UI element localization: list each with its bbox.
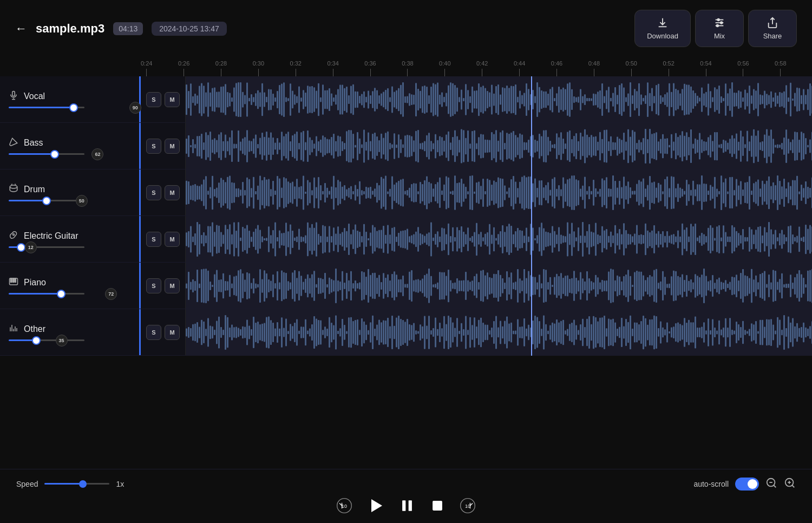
svg-rect-1598 (244, 327, 246, 338)
track-name-bass: Bass (24, 138, 43, 148)
solo-btn-piano[interactable]: S (146, 278, 161, 293)
volume-slider-vocal[interactable] (9, 107, 84, 108)
auto-scroll-toggle[interactable] (735, 478, 759, 491)
timeline-ruler: 0:240:260:280:300:320:340:360:380:400:42… (141, 57, 812, 76)
rewind-button[interactable]: 10 (336, 497, 353, 514)
stop-button[interactable] (429, 497, 446, 514)
svg-rect-634 (192, 185, 194, 201)
svg-rect-382 (322, 135, 324, 157)
svg-rect-1768 (612, 319, 614, 347)
svg-rect-701 (337, 180, 339, 205)
svg-rect-1049 (420, 233, 421, 245)
play-button[interactable] (366, 496, 385, 515)
speed-slider[interactable] (44, 483, 109, 485)
track-waveform-piano[interactable] (186, 263, 812, 309)
volume-slider-drum[interactable] (9, 200, 84, 201)
svg-rect-1071 (467, 227, 469, 251)
track-waveform-electric-guitar[interactable] (186, 216, 812, 262)
svg-rect-161 (513, 86, 514, 113)
svg-rect-463 (497, 141, 499, 152)
track-waveform-bass[interactable] (186, 123, 812, 169)
mute-btn-vocal[interactable]: M (165, 92, 180, 107)
solo-btn-other[interactable]: S (146, 325, 161, 340)
svg-rect-43 (257, 90, 259, 109)
svg-rect-1196 (738, 233, 739, 245)
svg-rect-268 (744, 90, 746, 110)
volume-slider-bass[interactable] (9, 153, 84, 155)
mute-btn-drum[interactable]: M (165, 185, 180, 200)
svg-rect-365 (285, 134, 287, 159)
svg-rect-73 (322, 84, 324, 115)
svg-rect-1835 (757, 331, 759, 334)
mute-btn-other[interactable]: M (165, 325, 180, 340)
download-button[interactable]: Download (634, 10, 691, 47)
mute-btn-electric-guitar[interactable]: M (165, 232, 180, 247)
svg-rect-375 (307, 130, 309, 162)
svg-rect-1519 (753, 279, 755, 292)
svg-rect-949 (203, 232, 205, 246)
mute-btn-bass[interactable]: M (165, 139, 180, 154)
track-name-electric-guitar: Electric Guitar (24, 231, 78, 241)
zoom-in-button[interactable] (784, 477, 796, 491)
svg-rect-1181 (705, 236, 707, 243)
svg-rect-818 (591, 191, 592, 195)
svg-rect-1841 (770, 319, 772, 346)
svg-rect-1626 (305, 319, 306, 346)
svg-rect-703 (342, 187, 343, 199)
solo-btn-bass[interactable]: S (146, 139, 161, 154)
svg-rect-1468 (643, 276, 644, 297)
svg-rect-1760 (595, 317, 597, 348)
track-waveform-vocal[interactable] (186, 76, 812, 122)
svg-rect-1659 (376, 324, 378, 340)
mute-btn-piano[interactable]: M (165, 278, 180, 293)
solo-btn-vocal[interactable]: S (146, 92, 161, 107)
svg-rect-751 (446, 176, 447, 210)
svg-rect-225 (651, 88, 653, 112)
svg-rect-246 (697, 96, 698, 104)
svg-rect-657 (242, 182, 244, 204)
svg-rect-1517 (749, 278, 750, 293)
svg-rect-1118 (569, 234, 571, 245)
svg-rect-860 (682, 189, 683, 197)
svg-rect-704 (344, 185, 345, 200)
svg-rect-1440 (582, 278, 584, 293)
track-waveform-drum[interactable] (186, 169, 812, 215)
volume-slider-electric-guitar[interactable] (9, 246, 84, 248)
svg-rect-747 (437, 182, 438, 204)
svg-rect-104 (389, 97, 391, 102)
svg-rect-538 (660, 139, 662, 154)
svg-rect-1733 (536, 317, 538, 348)
svg-rect-1478 (664, 277, 666, 295)
svg-rect-1138 (612, 236, 614, 243)
back-button[interactable]: ← (15, 23, 27, 35)
svg-rect-1043 (407, 229, 408, 250)
svg-rect-105 (391, 87, 393, 113)
share-button[interactable]: Share (748, 10, 797, 47)
svg-rect-1761 (597, 321, 599, 343)
svg-rect-741 (424, 180, 425, 205)
volume-slider-piano[interactable] (9, 293, 84, 295)
svg-rect-1588 (222, 330, 224, 335)
volume-slider-other[interactable] (9, 339, 84, 341)
svg-rect-840 (638, 180, 640, 206)
pause-button[interactable] (398, 497, 416, 514)
svg-rect-1005 (324, 226, 326, 253)
solo-btn-electric-guitar[interactable]: S (146, 232, 161, 247)
svg-rect-281 (772, 97, 774, 102)
svg-rect-808 (569, 179, 571, 207)
svg-rect-391 (342, 141, 343, 151)
svg-rect-1678 (417, 331, 419, 334)
svg-rect-287 (785, 85, 787, 114)
svg-rect-711 (359, 181, 361, 205)
svg-rect-1494 (699, 277, 700, 295)
svg-rect-919 (809, 188, 811, 198)
forward-button[interactable]: 10 (459, 497, 476, 514)
svg-rect-1337 (359, 282, 361, 289)
svg-rect-1045 (411, 236, 412, 244)
tracks-container[interactable]: 00:43.7 Vocal 90 S M (0, 76, 812, 469)
solo-btn-drum[interactable]: S (146, 185, 161, 200)
track-waveform-other[interactable] (186, 309, 812, 355)
mix-button[interactable]: Mix (695, 10, 744, 47)
svg-rect-1778 (634, 323, 636, 343)
zoom-out-button[interactable] (765, 477, 777, 491)
